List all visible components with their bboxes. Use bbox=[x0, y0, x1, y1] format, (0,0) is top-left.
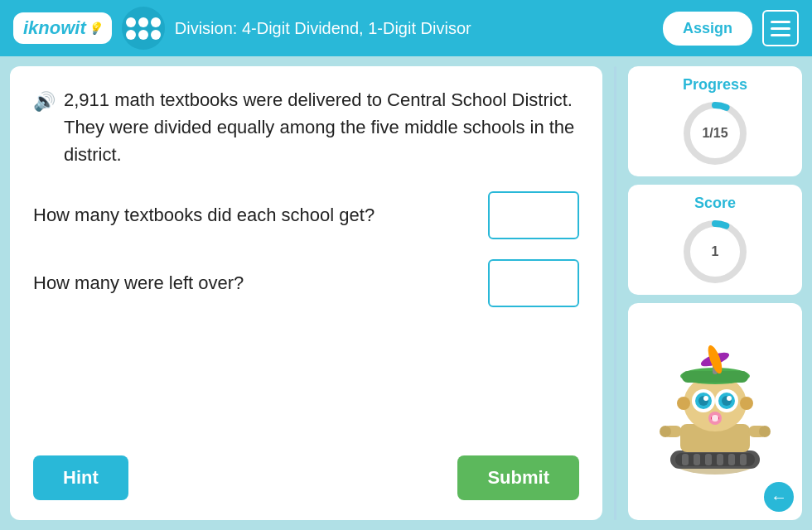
dot bbox=[126, 17, 136, 27]
assign-button[interactable]: Assign bbox=[663, 12, 752, 46]
dots-icon bbox=[126, 17, 161, 40]
logo-text: iknowit bbox=[23, 17, 86, 39]
svg-point-17 bbox=[759, 426, 771, 437]
svg-point-36 bbox=[677, 397, 690, 410]
svg-rect-7 bbox=[682, 454, 689, 465]
app-header: iknowit 💡 Division: 4-Digit Dividend, 1-… bbox=[0, 0, 812, 56]
svg-point-15 bbox=[660, 426, 671, 437]
svg-rect-12 bbox=[740, 454, 747, 465]
hint-button[interactable]: Hint bbox=[33, 455, 128, 500]
dot bbox=[138, 30, 148, 40]
dot bbox=[138, 17, 148, 27]
right-panel: Progress 1/15 Score 1 bbox=[628, 66, 802, 520]
score-value: 1 bbox=[712, 244, 719, 259]
main-content: 🔊 2,911 math textbooks were delivered to… bbox=[0, 56, 812, 530]
answer-input-1[interactable] bbox=[488, 191, 579, 239]
score-label: Score bbox=[694, 195, 736, 212]
back-icon: ← bbox=[771, 488, 787, 507]
answer-label-1: How many textbooks did each school get? bbox=[33, 205, 375, 226]
back-arrow-button[interactable]: ← bbox=[764, 482, 794, 512]
progress-card: Progress 1/15 bbox=[628, 66, 802, 176]
svg-rect-10 bbox=[717, 454, 723, 465]
panel-divider bbox=[614, 66, 616, 520]
speaker-icon[interactable]: 🔊 bbox=[33, 88, 56, 115]
svg-point-37 bbox=[740, 397, 753, 410]
lesson-title: Division: 4-Digit Dividend, 1-Digit Divi… bbox=[175, 19, 653, 38]
menu-line bbox=[771, 34, 790, 36]
svg-point-32 bbox=[727, 396, 732, 401]
answer-row-1: How many textbooks did each school get? bbox=[33, 191, 579, 239]
character-svg bbox=[657, 341, 773, 482]
subject-icon-circle bbox=[122, 7, 165, 50]
progress-label: Progress bbox=[683, 76, 747, 94]
svg-point-31 bbox=[703, 396, 708, 401]
svg-point-35 bbox=[712, 415, 718, 422]
lightbulb-icon: 💡 bbox=[88, 22, 102, 35]
character-area: ← bbox=[628, 303, 802, 520]
submit-button[interactable]: Submit bbox=[457, 455, 579, 500]
question-text: 2,911 math textbooks were delivered to C… bbox=[64, 86, 579, 168]
svg-rect-9 bbox=[705, 454, 712, 465]
progress-circle: 1/15 bbox=[682, 100, 748, 166]
menu-button[interactable] bbox=[762, 10, 799, 46]
logo: iknowit 💡 bbox=[13, 12, 112, 44]
question-panel: 🔊 2,911 math textbooks were delivered to… bbox=[10, 66, 602, 520]
svg-rect-11 bbox=[728, 454, 735, 465]
answer-rows: How many textbooks did each school get? … bbox=[33, 191, 579, 455]
action-buttons: Hint Submit bbox=[33, 455, 579, 500]
question-body: 🔊 2,911 math textbooks were delivered to… bbox=[33, 86, 579, 168]
dot bbox=[151, 17, 161, 27]
answer-label-2: How many were left over? bbox=[33, 272, 244, 294]
answer-input-2[interactable] bbox=[488, 259, 579, 307]
score-circle: 1 bbox=[682, 219, 748, 285]
answer-row-2: How many were left over? bbox=[33, 259, 579, 307]
dot bbox=[151, 30, 161, 40]
menu-line bbox=[771, 27, 790, 30]
progress-value: 1/15 bbox=[702, 126, 727, 141]
score-card: Score 1 bbox=[628, 185, 802, 295]
menu-line bbox=[771, 21, 790, 23]
dot bbox=[126, 30, 136, 40]
svg-rect-8 bbox=[694, 454, 700, 465]
